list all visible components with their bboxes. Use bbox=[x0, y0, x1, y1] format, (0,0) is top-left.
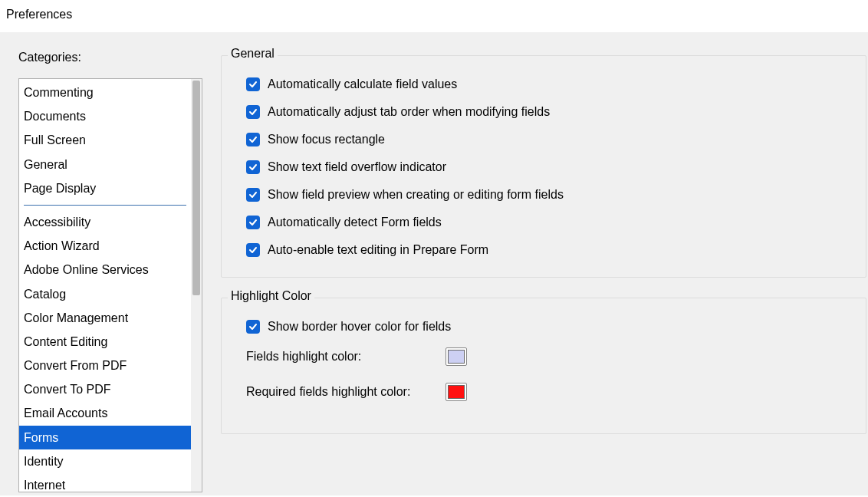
checkbox-checked-icon[interactable] bbox=[246, 105, 260, 119]
checkbox-checked-icon[interactable] bbox=[246, 77, 260, 91]
option-label: Show text field overflow indicator bbox=[268, 160, 446, 174]
option-label: Show focus rectangle bbox=[268, 133, 385, 146]
general-option-row[interactable]: Show focus rectangle bbox=[246, 133, 850, 146]
category-item[interactable]: Internet bbox=[19, 473, 191, 492]
category-item[interactable]: Adobe Online Services bbox=[19, 258, 191, 281]
required-highlight-label: Required fields highlight color: bbox=[246, 385, 446, 399]
scrollbar[interactable] bbox=[191, 79, 202, 492]
option-label: Automatically calculate field values bbox=[268, 77, 457, 91]
window-title: Preferences bbox=[0, 0, 868, 32]
checkbox-checked-icon[interactable] bbox=[246, 320, 260, 334]
categories-label: Categories: bbox=[18, 51, 202, 64]
category-item[interactable]: Catalog bbox=[19, 282, 191, 306]
general-option-row[interactable]: Show field preview when creating or edit… bbox=[246, 188, 850, 202]
general-legend: General bbox=[228, 47, 278, 61]
highlight-color-group: Highlight Color Show border hover color … bbox=[221, 298, 866, 434]
fields-highlight-row: Fields highlight color: bbox=[246, 347, 850, 366]
category-item[interactable]: Email Accounts bbox=[19, 401, 191, 425]
checkbox-checked-icon[interactable] bbox=[246, 160, 260, 174]
checkbox-checked-icon[interactable] bbox=[246, 188, 260, 202]
general-option-row[interactable]: Auto-enable text editing in Prepare Form bbox=[246, 243, 850, 257]
category-item[interactable]: Action Wizard bbox=[19, 234, 191, 258]
category-item[interactable]: Page Display bbox=[19, 176, 191, 200]
category-item[interactable]: Documents bbox=[19, 104, 191, 128]
checkbox-checked-icon[interactable] bbox=[246, 243, 260, 257]
highlight-legend: Highlight Color bbox=[228, 289, 314, 303]
color-swatch-inner bbox=[448, 385, 465, 399]
category-separator bbox=[24, 205, 186, 206]
category-item[interactable]: Content Editing bbox=[19, 330, 191, 354]
preferences-body: Categories: CommentingDocumentsFull Scre… bbox=[0, 32, 868, 495]
category-item[interactable]: General bbox=[19, 153, 191, 176]
option-label: Automatically detect Form fields bbox=[268, 216, 442, 229]
settings-panel: General Automatically calculate field va… bbox=[221, 51, 868, 495]
general-group: General Automatically calculate field va… bbox=[221, 55, 866, 278]
fields-highlight-label: Fields highlight color: bbox=[246, 350, 446, 364]
categories-sidebar: Categories: CommentingDocumentsFull Scre… bbox=[18, 51, 202, 495]
required-highlight-swatch[interactable] bbox=[446, 383, 467, 401]
color-swatch-inner bbox=[448, 350, 465, 364]
category-item[interactable]: Full Screen bbox=[19, 128, 191, 152]
general-option-row[interactable]: Automatically calculate field values bbox=[246, 77, 850, 91]
category-item[interactable]: Accessibility bbox=[19, 210, 191, 234]
general-option-row[interactable]: Show text field overflow indicator bbox=[246, 160, 850, 174]
show-border-hover-label: Show border hover color for fields bbox=[268, 320, 451, 334]
option-label: Show field preview when creating or edit… bbox=[268, 188, 564, 202]
category-item[interactable]: Color Management bbox=[19, 306, 191, 330]
option-label: Auto-enable text editing in Prepare Form bbox=[268, 243, 488, 257]
category-item[interactable]: Commenting bbox=[19, 81, 191, 104]
category-item[interactable]: Convert From PDF bbox=[19, 354, 191, 377]
checkbox-checked-icon[interactable] bbox=[246, 133, 260, 146]
general-option-row[interactable]: Automatically adjust tab order when modi… bbox=[246, 105, 850, 119]
fields-highlight-swatch[interactable] bbox=[446, 347, 467, 366]
general-option-row[interactable]: Automatically detect Form fields bbox=[246, 216, 850, 229]
category-item[interactable]: Identity bbox=[19, 449, 191, 473]
scrollbar-thumb[interactable] bbox=[192, 81, 200, 295]
checkbox-checked-icon[interactable] bbox=[246, 216, 260, 229]
category-item[interactable]: Forms bbox=[19, 426, 191, 449]
categories-listbox[interactable]: CommentingDocumentsFull ScreenGeneralPag… bbox=[18, 78, 202, 492]
option-label: Automatically adjust tab order when modi… bbox=[268, 105, 550, 119]
category-item[interactable]: Convert To PDF bbox=[19, 377, 191, 401]
required-highlight-row: Required fields highlight color: bbox=[246, 383, 850, 401]
show-border-hover-row[interactable]: Show border hover color for fields bbox=[246, 320, 850, 334]
